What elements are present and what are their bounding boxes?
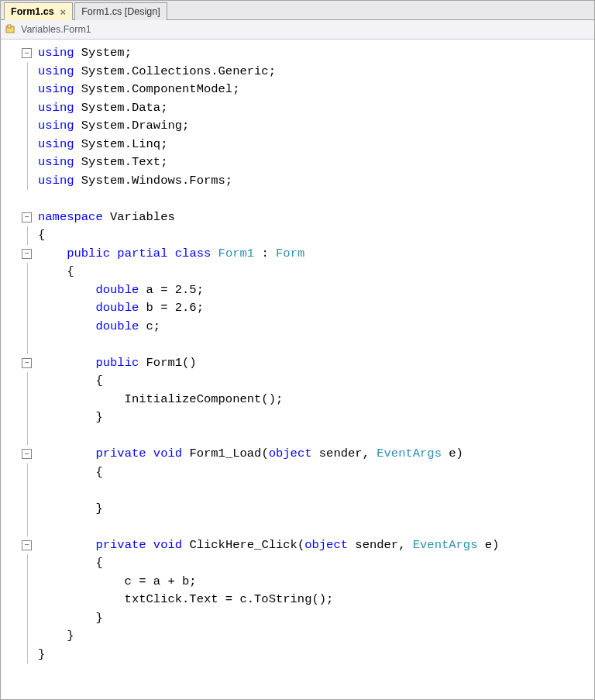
outline-line xyxy=(27,299,28,318)
outline-line xyxy=(27,500,28,519)
tab-form1-design[interactable]: Form1.cs [Design] xyxy=(74,2,167,20)
outline-line xyxy=(27,263,28,281)
outline-line xyxy=(27,646,28,664)
outline-toggle[interactable]: − xyxy=(22,540,32,550)
outline-line xyxy=(27,481,28,500)
outline-line xyxy=(27,609,28,628)
breadcrumb[interactable]: Variables.Form1 xyxy=(21,24,91,35)
outline-line xyxy=(27,336,28,354)
outline-line xyxy=(27,136,28,154)
outline-line xyxy=(27,627,28,646)
outline-line xyxy=(27,81,28,99)
outline-gutter: −−−−−− xyxy=(1,40,35,700)
tab-bar: Form1.cs × Form1.cs [Design] xyxy=(1,1,594,20)
outline-line xyxy=(27,554,28,573)
outline-toggle[interactable]: − xyxy=(22,358,32,368)
outline-toggle[interactable]: − xyxy=(22,212,32,222)
outline-line xyxy=(27,409,28,427)
tab-label: Form1.cs xyxy=(11,6,54,17)
code-editor[interactable]: using System; using System.Collections.G… xyxy=(35,40,594,700)
outline-line xyxy=(27,372,28,391)
outline-toggle[interactable]: − xyxy=(22,449,32,459)
outline-line xyxy=(27,464,28,482)
breadcrumb-bar: Variables.Form1 xyxy=(1,20,594,40)
tab-label: Form1.cs [Design] xyxy=(81,6,160,17)
close-icon[interactable]: × xyxy=(60,7,67,17)
outline-line xyxy=(27,391,28,409)
outline-toggle[interactable]: − xyxy=(22,48,32,58)
outline-line xyxy=(27,226,28,245)
editor-window: Form1.cs × Form1.cs [Design] Variables.F… xyxy=(0,0,595,700)
code-area: −−−−−− using System; using System.Collec… xyxy=(1,40,594,700)
tab-form1-cs[interactable]: Form1.cs × xyxy=(4,2,73,20)
outline-line xyxy=(27,117,28,136)
outline-line xyxy=(27,281,28,300)
svg-rect-1 xyxy=(8,25,11,28)
outline-line xyxy=(27,99,28,118)
outline-line xyxy=(27,63,28,81)
outline-line xyxy=(27,153,28,172)
outline-toggle[interactable]: − xyxy=(22,249,32,259)
outline-line xyxy=(27,573,28,591)
outline-line xyxy=(27,318,28,336)
outline-line xyxy=(27,591,28,609)
outline-line xyxy=(27,427,28,446)
source-code[interactable]: using System; using System.Collections.G… xyxy=(38,44,594,664)
outline-line xyxy=(27,172,28,191)
class-icon xyxy=(5,24,16,35)
outline-line xyxy=(27,518,28,536)
